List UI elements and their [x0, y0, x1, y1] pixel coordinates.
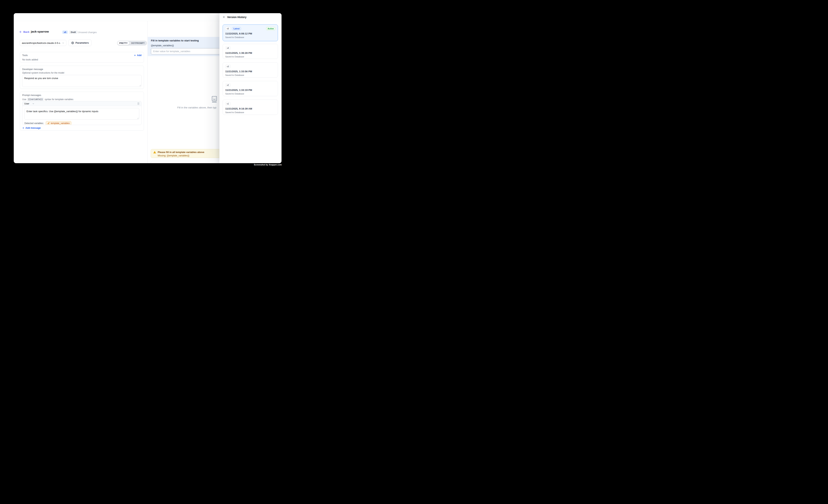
variable-label: {{template_variables}}: [151, 44, 174, 47]
developer-message-subtitle: Optional system instructions for the mod…: [22, 72, 141, 74]
active-badge: Active: [266, 27, 275, 30]
plus-icon: [22, 127, 25, 129]
version-note: Saved to Database: [225, 74, 275, 76]
model-selector[interactable]: aws/anthropic/bedrock-claude-3-5-s...: [20, 40, 67, 46]
draft-badge: Draft: [69, 31, 78, 34]
back-label: Back: [23, 31, 29, 33]
hint-prefix: Use: [22, 98, 26, 101]
message-role-select[interactable]: User: [24, 102, 34, 105]
gear-icon: [71, 41, 74, 44]
parameters-label: Parameters: [76, 41, 89, 44]
version-card-v3[interactable]: v3 11/21/2025, 1:33:56 PM Saved to Datab…: [222, 62, 278, 78]
prompt-message-block: User Enter task specifics. Use {{templat…: [22, 101, 141, 125]
version-number-badge: v3: [225, 65, 231, 68]
version-card-v5[interactable]: v5 Latest Active 11/22/2025, 6:08:12 PM …: [222, 25, 278, 41]
model-selector-value: aws/anthropic/bedrock-claude-3-5-s...: [22, 42, 60, 44]
version-note: Saved to Database: [225, 55, 275, 58]
version-history-panel: Version History v5 Latest Active 11/22/2…: [219, 13, 282, 163]
prompt-message-input[interactable]: Enter task specifics. Use {{template_var…: [25, 108, 139, 120]
unsaved-changes-text: Unsaved changes: [78, 31, 97, 34]
back-arrow-icon: [19, 31, 22, 33]
screenshot-canvas: Back jack-sparrow v5 Draft Unsaved chang…: [0, 0, 295, 179]
tools-title: Tools: [22, 54, 141, 57]
warning-title: Please fill in all template variables ab…: [158, 151, 204, 154]
detected-variable-chip[interactable]: template_variables: [46, 121, 72, 125]
version-number-badge: v2: [225, 83, 231, 87]
back-button[interactable]: Back: [19, 31, 29, 33]
format-toggle: PRETTY DOTPROMPT: [117, 41, 147, 46]
message-role-value: User: [24, 102, 29, 105]
toggle-option-dotprompt[interactable]: DOTPROMPT: [129, 41, 147, 45]
version-number-badge: v4: [225, 46, 231, 50]
version-timestamp: 11/21/2025, 1:36:28 PM: [225, 51, 275, 54]
detected-variables-row: Detected variables: template_variables: [25, 121, 71, 125]
chevron-down-icon: [62, 42, 65, 44]
version-card-v4[interactable]: v4 11/21/2025, 1:36:28 PM Saved to Datab…: [222, 44, 278, 59]
version-history-title: Version History: [227, 15, 247, 18]
version-number-badge: v5: [225, 27, 231, 30]
prompt-messages-hint: Use {{variable}} syntax for template var…: [22, 98, 141, 101]
version-timestamp: 11/21/2025, 9:16:39 AM: [225, 107, 275, 110]
warning-detail: Missing: {{template_variables}}: [158, 154, 204, 157]
version-note: Saved to Database: [225, 92, 275, 95]
detected-variables-label: Detected variables:: [25, 122, 44, 125]
prompt-message-field-wrap: Enter task specifics. Use {{template_var…: [25, 108, 139, 120]
developer-message-input[interactable]: Respond as you are tom cruise: [23, 75, 141, 87]
developer-message-title: Developer message: [22, 68, 141, 71]
app-window: Back jack-sparrow v5 Draft Unsaved chang…: [14, 13, 282, 163]
prompt-messages-title: Prompt messages: [22, 94, 141, 96]
parameters-button[interactable]: Parameters: [69, 40, 91, 46]
version-timestamp: 11/21/2025, 1:33:56 PM: [225, 70, 275, 73]
add-message-button[interactable]: Add message: [22, 127, 41, 129]
version-note: Saved to Database: [225, 36, 275, 39]
plus-icon: [134, 54, 136, 56]
prompt-messages-section: Prompt messages Use {{variable}} syntax …: [20, 92, 144, 131]
hint-variable-code: {{variable}}: [27, 98, 44, 101]
add-message-label: Add message: [26, 127, 41, 129]
add-tool-label: Add: [137, 54, 141, 57]
banner-title: Fill in template variables to start test…: [151, 39, 199, 42]
version-timestamp: 11/21/2025, 1:33:19 PM: [225, 89, 275, 91]
version-card-v1[interactable]: v1 11/21/2025, 9:16:39 AM Saved to Datab…: [222, 99, 278, 115]
version-timestamp: 11/22/2025, 6:08:12 PM: [225, 32, 275, 35]
tools-empty-text: No tools added: [22, 58, 141, 61]
version-history-header: Version History: [219, 13, 282, 21]
developer-message-section: Developer message Optional system instru…: [20, 66, 144, 89]
tools-section: Tools Add No tools added: [20, 52, 144, 63]
add-tool-button[interactable]: Add: [134, 54, 141, 57]
version-card-v2[interactable]: v2 11/21/2025, 1:33:19 PM Saved to Datab…: [222, 81, 278, 96]
close-icon[interactable]: [222, 15, 225, 18]
version-badge: v5: [62, 31, 68, 34]
warning-icon: [153, 151, 156, 158]
test-panel-empty-text: Fill in the variables above, then typ: [177, 106, 216, 109]
toggle-option-pretty[interactable]: PRETTY: [117, 41, 129, 45]
prompt-message-header: User: [23, 101, 141, 106]
drag-handle-icon[interactable]: [137, 102, 139, 105]
detected-variable-name: template_variables: [51, 122, 70, 125]
watermark: Screenshot by Xnapper.com: [254, 164, 282, 166]
version-number-badge: v1: [225, 102, 231, 106]
bot-icon: [211, 96, 218, 103]
pencil-icon: [47, 122, 50, 124]
latest-badge: Latest: [232, 27, 241, 30]
page-title: jack-sparrow: [31, 30, 49, 33]
developer-message-field-wrap: Respond as you are tom cruise: [22, 75, 141, 87]
chevron-down-icon: [32, 102, 34, 105]
hint-suffix: syntax for template variables: [45, 98, 73, 101]
version-note: Saved to Database: [225, 111, 275, 114]
